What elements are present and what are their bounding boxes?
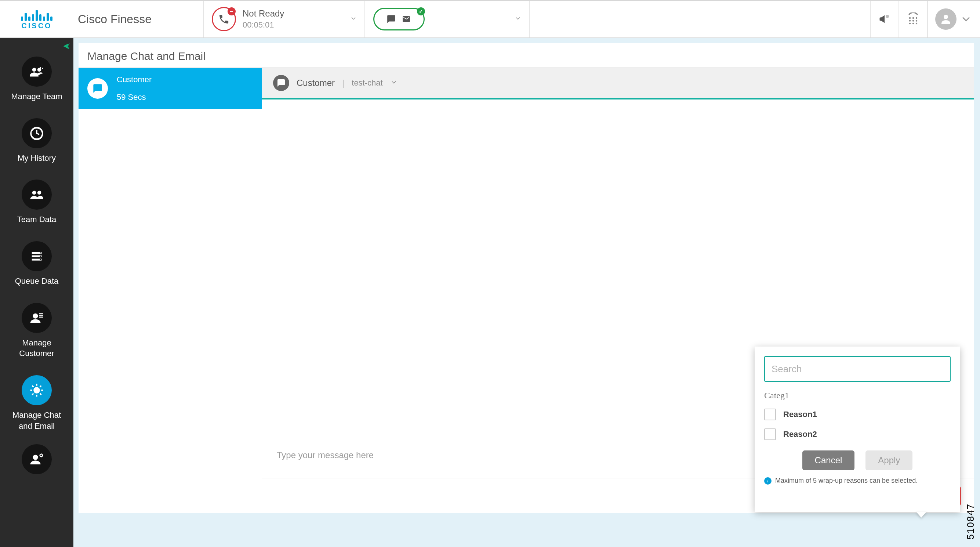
chat-email-ready-icon: ✓ (373, 8, 425, 30)
sidebar-item-extra[interactable] (0, 444, 73, 474)
status-label: Not Ready (243, 8, 284, 19)
svg-point-30 (40, 454, 43, 457)
svg-point-6 (916, 20, 918, 22)
svg-point-10 (943, 15, 948, 19)
compose-placeholder: Type your message here (277, 450, 374, 460)
sidebar: ⮜ Manage Team My History Team Data Queue… (0, 38, 73, 547)
topbar-right (870, 1, 980, 37)
svg-point-14 (42, 68, 43, 69)
svg-point-23 (40, 259, 41, 260)
sidebar-item-manage-team[interactable]: Manage Team (0, 57, 73, 102)
voice-status-panel[interactable]: – Not Ready 00:05:01 (203, 1, 364, 37)
svg-rect-25 (39, 313, 43, 314)
svg-point-7 (909, 23, 911, 25)
app-title: Cisco Finesse (78, 13, 151, 26)
sidebar-item-manage-customer[interactable]: Manage Customer (0, 303, 73, 359)
sidebar-item-label: Manage Chat and Email (13, 410, 61, 431)
reason-label: Reason2 (783, 429, 817, 439)
note-text: Maximum of 5 wrap-up reasons can be sele… (775, 477, 918, 485)
logo: CISCO (0, 1, 73, 37)
chat-customer-name: Customer (297, 78, 335, 88)
checkbox[interactable] (764, 428, 776, 440)
svg-point-16 (32, 191, 37, 195)
wrap-up-search-input[interactable] (764, 356, 951, 382)
chevron-down-icon[interactable] (350, 15, 357, 24)
svg-point-28 (33, 387, 40, 394)
svg-point-1 (909, 17, 911, 19)
wrap-up-note: i Maximum of 5 wrap-up reasons can be se… (764, 477, 951, 485)
sidebar-item-team-data[interactable]: Team Data (0, 180, 73, 225)
svg-point-13 (40, 67, 41, 68)
minus-badge-icon: – (228, 7, 235, 16)
svg-point-0 (886, 15, 889, 18)
phone-not-ready-icon: – (212, 7, 236, 31)
sidebar-item-manage-chat-email[interactable]: Manage Chat and Email (0, 375, 73, 431)
svg-point-8 (912, 23, 914, 25)
svg-point-21 (40, 252, 41, 253)
svg-rect-27 (39, 316, 43, 318)
announcement-button[interactable] (870, 1, 899, 37)
wrap-up-reason-row[interactable]: Reason1 (764, 409, 951, 420)
chat-bubble-icon (88, 78, 108, 99)
wrap-up-category: Categ1 (764, 391, 951, 401)
image-id: 510847 (965, 503, 976, 540)
chat-header: Customer | test-chat (262, 68, 974, 100)
svg-point-9 (916, 23, 918, 25)
sidebar-item-label: Manage Team (11, 91, 62, 102)
svg-point-24 (33, 313, 38, 319)
conversation-timer: 59 Secs (117, 92, 151, 102)
svg-point-2 (912, 17, 914, 19)
chat-bubble-icon (273, 75, 289, 91)
chevron-down-icon[interactable] (514, 15, 522, 24)
avatar-icon (935, 8, 956, 30)
sidebar-item-label: Queue Data (15, 276, 59, 287)
info-icon: i (764, 477, 772, 485)
chat-email-status-panel[interactable]: ✓ (364, 1, 529, 37)
svg-point-3 (916, 17, 918, 19)
wrap-up-popup: Categ1 Reason1 Reason2 Cancel Apply i Ma… (755, 347, 960, 512)
svg-point-4 (909, 20, 911, 22)
dialpad-button[interactable] (899, 1, 927, 37)
reason-label: Reason1 (783, 410, 817, 419)
chevron-down-icon[interactable] (390, 79, 398, 87)
sidebar-item-queue-data[interactable]: Queue Data (0, 241, 73, 287)
sidebar-item-label: My History (18, 153, 56, 164)
conversation-item[interactable]: Customer 59 Secs (78, 68, 262, 109)
wrap-up-apply-button[interactable]: Apply (865, 450, 912, 470)
svg-rect-26 (39, 315, 43, 316)
workspace: Manage Chat and Email Customer 59 Secs (73, 38, 980, 547)
top-bar: CISCO Cisco Finesse – Not Ready 00:05:01… (0, 0, 980, 38)
check-badge-icon: ✓ (417, 7, 425, 16)
wrap-up-reason-row[interactable]: Reason2 (764, 428, 951, 440)
conversation-name: Customer (117, 75, 151, 84)
svg-point-17 (37, 191, 41, 195)
sidebar-item-my-history[interactable]: My History (0, 118, 73, 164)
chat-sub: test-chat (352, 78, 382, 88)
svg-point-11 (32, 68, 37, 72)
conversation-list: Customer 59 Secs (78, 68, 262, 513)
svg-point-5 (912, 20, 914, 22)
page-title: Manage Chat and Email (78, 43, 974, 68)
wrap-up-cancel-button[interactable]: Cancel (802, 450, 855, 470)
svg-point-29 (33, 455, 38, 460)
checkbox[interactable] (764, 409, 776, 420)
separator: | (342, 78, 344, 88)
sidebar-item-label: Manage Customer (19, 337, 54, 359)
sidebar-item-label: Team Data (17, 214, 56, 225)
cisco-bars-icon (21, 8, 52, 21)
user-menu[interactable] (927, 1, 980, 37)
pin-icon[interactable]: ⮜ (63, 43, 70, 51)
logo-text: CISCO (21, 22, 52, 30)
status-timer: 00:05:01 (243, 20, 284, 30)
svg-point-22 (40, 256, 41, 257)
header-empty-panel (529, 1, 870, 37)
